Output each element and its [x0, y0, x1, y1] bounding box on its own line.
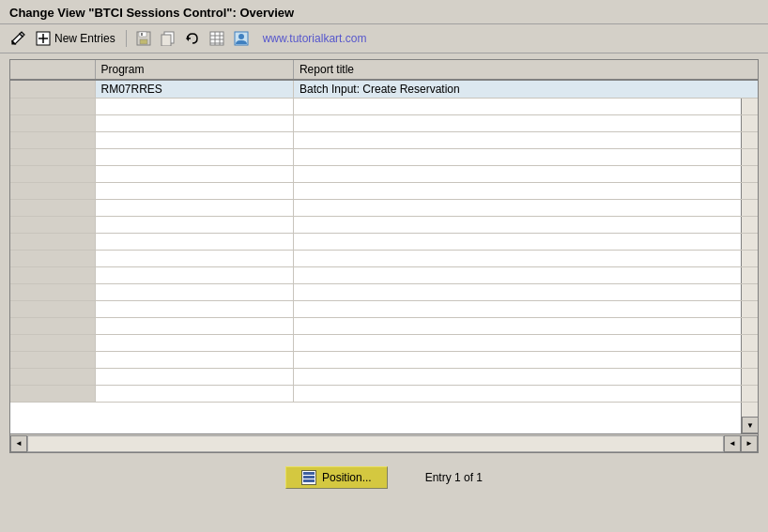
horizontal-scrollbar[interactable]: ◄ ◄ ► — [10, 433, 758, 452]
row-selector — [10, 301, 95, 318]
report-title-cell — [293, 369, 758, 386]
program-cell — [95, 251, 293, 267]
scroll-left-button[interactable]: ◄ — [10, 435, 27, 452]
table-row[interactable] — [10, 369, 758, 386]
table-row[interactable] — [10, 352, 758, 369]
program-cell — [95, 318, 293, 335]
program-cell — [95, 166, 293, 183]
svg-rect-8 — [161, 35, 171, 46]
title-bar: Change View "BTCI Sessions Control": Ove… — [0, 0, 768, 24]
table-row[interactable] — [10, 318, 758, 335]
table-wrapper: Program Report title RM07RRESBatch Input… — [10, 60, 758, 433]
row-selector — [10, 99, 95, 115]
duplicate-icon[interactable] — [158, 28, 178, 49]
svg-rect-22 — [303, 472, 315, 475]
row-selector — [10, 115, 95, 132]
program-cell — [95, 386, 293, 403]
table-row[interactable] — [10, 166, 758, 183]
row-selector — [10, 335, 95, 352]
report-title-column-header[interactable]: Report title — [293, 60, 758, 80]
program-cell — [95, 301, 293, 318]
row-selector — [10, 200, 95, 217]
report-title-cell — [293, 166, 758, 183]
entry-count: Entry 1 of 1 — [425, 471, 483, 484]
report-title-cell — [293, 251, 758, 267]
data-table: Program Report title RM07RRESBatch Input… — [10, 60, 758, 403]
table-row[interactable] — [10, 132, 758, 149]
program-cell — [95, 132, 293, 149]
row-selector — [10, 217, 95, 234]
table-row[interactable] — [10, 99, 758, 115]
user-icon[interactable] — [231, 28, 252, 49]
report-title-cell — [293, 132, 758, 149]
program-cell — [95, 267, 293, 284]
page-title: Change View "BTCI Sessions Control": Ove… — [9, 6, 294, 20]
table-row[interactable] — [10, 234, 758, 251]
table-row[interactable] — [10, 386, 758, 403]
toolbar: New Entries — [0, 24, 768, 53]
save-icon[interactable] — [133, 28, 154, 49]
report-title-cell — [293, 149, 758, 166]
scroll-right-button-1[interactable]: ◄ — [724, 435, 741, 452]
row-selector — [10, 234, 95, 251]
table-row[interactable] — [10, 301, 758, 318]
program-cell — [95, 217, 293, 234]
program-cell — [95, 200, 293, 217]
table-header-row: Program Report title — [10, 60, 758, 80]
program-cell — [95, 115, 293, 132]
report-title-cell — [293, 318, 758, 335]
table-container: ▲ ▼ Program Report title — [9, 59, 759, 453]
row-selector — [10, 149, 95, 166]
report-title-cell — [293, 115, 758, 132]
row-selector — [10, 369, 95, 386]
row-selector — [10, 166, 95, 183]
report-title-cell — [293, 301, 758, 318]
table-row[interactable] — [10, 183, 758, 200]
svg-point-16 — [238, 34, 244, 39]
row-selector — [10, 251, 95, 267]
program-cell — [95, 149, 293, 166]
watermark-text: www.tutorialkart.com — [263, 32, 367, 45]
report-title-cell — [293, 284, 758, 301]
row-selector — [10, 267, 95, 284]
program-cell — [95, 335, 293, 352]
table-row[interactable] — [10, 149, 758, 166]
table-row[interactable] — [10, 217, 758, 234]
position-icon — [301, 470, 316, 485]
report-title-cell — [293, 234, 758, 251]
scroll-h-right-buttons: ◄ ► — [724, 435, 758, 452]
svg-rect-5 — [140, 39, 147, 44]
report-title-cell — [293, 183, 758, 200]
program-cell — [95, 99, 293, 115]
row-selector — [10, 183, 95, 200]
table-row[interactable] — [10, 267, 758, 284]
report-title-cell — [293, 200, 758, 217]
new-entries-button[interactable]: New Entries — [32, 30, 119, 47]
scroll-right-button-2[interactable]: ► — [741, 435, 758, 452]
table-row[interactable] — [10, 251, 758, 267]
footer: Position... Entry 1 of 1 — [0, 459, 768, 496]
header-selector-col — [10, 60, 95, 80]
undo-icon[interactable] — [182, 28, 203, 49]
new-entries-icon — [36, 31, 51, 46]
program-cell — [95, 183, 293, 200]
row-selector — [10, 318, 95, 335]
row-selector — [10, 132, 95, 149]
svg-rect-23 — [303, 476, 315, 479]
table-row[interactable]: RM07RRESBatch Input: Create Reservation — [10, 80, 758, 99]
program-cell — [95, 234, 293, 251]
table-row[interactable] — [10, 115, 758, 132]
report-title-cell — [293, 267, 758, 284]
table-row[interactable] — [10, 200, 758, 217]
table-row[interactable] — [10, 284, 758, 301]
program-cell — [95, 369, 293, 386]
grid-icon[interactable] — [207, 28, 227, 49]
program-column-header[interactable]: Program — [95, 60, 293, 80]
program-cell — [95, 352, 293, 369]
main-content: ▲ ▼ Program Report title — [0, 53, 768, 459]
edit-icon[interactable] — [8, 28, 28, 49]
report-title-cell — [293, 386, 758, 403]
row-selector — [10, 386, 95, 403]
table-row[interactable] — [10, 335, 758, 352]
position-button[interactable]: Position... — [285, 466, 388, 489]
